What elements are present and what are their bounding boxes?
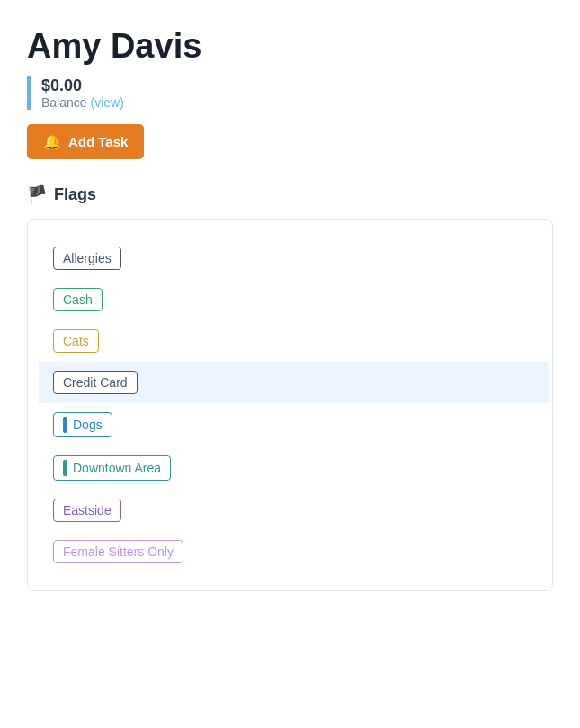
flag-tag-downtown-area[interactable]: Downtown Area <box>53 455 171 481</box>
flag-tag-cash[interactable]: Cash <box>53 288 103 311</box>
list-item[interactable]: Allergies <box>46 238 541 279</box>
flag-icon: 🏴 <box>27 184 47 204</box>
flag-label: Eastside <box>63 503 112 517</box>
flag-tag-dogs[interactable]: Dogs <box>53 412 112 437</box>
add-task-button[interactable]: 🔔 Add Task <box>27 124 144 159</box>
flags-heading: 🏴 Flags <box>27 184 553 204</box>
page-title: Amy Davis <box>27 27 553 66</box>
balance-view-link[interactable]: (view) <box>90 95 123 110</box>
list-item[interactable]: Cats <box>46 320 541 362</box>
balance-label: Balance (view) <box>41 95 124 110</box>
flag-tag-cats[interactable]: Cats <box>53 329 99 353</box>
list-item[interactable]: Dogs <box>46 403 541 446</box>
balance-section: $0.00 Balance (view) <box>27 76 553 110</box>
flag-tag-allergies[interactable]: Allergies <box>53 247 121 270</box>
flag-label: Cats <box>63 334 89 348</box>
color-bar <box>63 417 67 433</box>
color-bar <box>63 460 67 476</box>
flag-label: Female Sitters Only <box>63 544 174 559</box>
bell-icon: 🔔 <box>43 133 61 150</box>
flag-label: Cash <box>63 292 93 307</box>
list-item[interactable]: Eastside <box>46 490 541 531</box>
flag-label: Credit Card <box>63 375 128 390</box>
balance-amount: $0.00 <box>41 76 124 95</box>
flag-tag-female-sitters[interactable]: Female Sitters Only <box>53 540 183 563</box>
flag-tag-credit-card[interactable]: Credit Card <box>53 371 138 394</box>
list-item[interactable]: Cash <box>46 279 541 320</box>
list-item[interactable]: Downtown Area <box>46 446 541 490</box>
flag-tag-eastside[interactable]: Eastside <box>53 499 121 522</box>
list-item[interactable]: Female Sitters Only <box>46 531 541 572</box>
flags-container: AllergiesCashCatsCredit CardDogsDowntown… <box>27 219 553 591</box>
flag-label: Dogs <box>73 418 103 432</box>
flags-list[interactable]: AllergiesCashCatsCredit CardDogsDowntown… <box>28 238 552 572</box>
flag-label: Allergies <box>63 251 112 265</box>
flag-label: Downtown Area <box>73 461 161 475</box>
list-item[interactable]: Credit Card <box>39 362 549 403</box>
